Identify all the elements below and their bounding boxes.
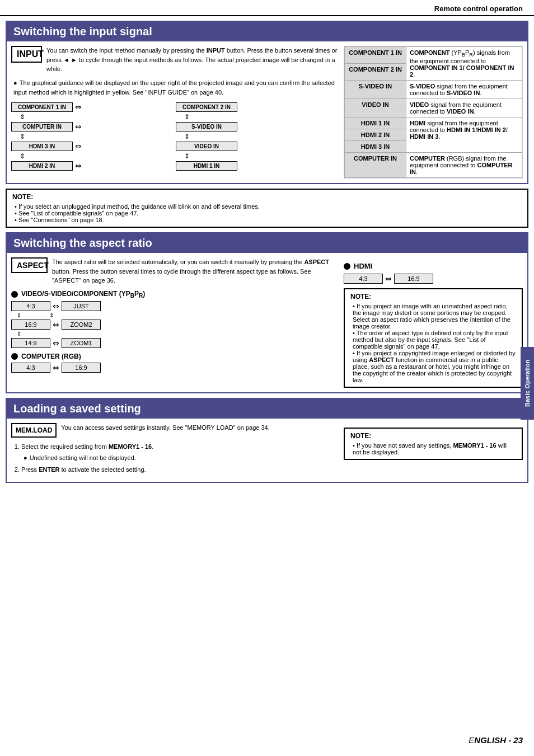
ud-arrows-2: ⇕ [184,113,190,121]
table-row: COMPONENT 1 IN COMPONENT (YPBPR) signals… [345,47,522,64]
hdmi-aspect: HDMI 4:3 ⇔ 16:9 [344,262,523,284]
side-tab: Basic Operation [521,347,534,420]
flow-box-comp2: COMPONENT 2 IN [176,102,237,112]
flow-col-right-3: VIDEO IN ⇕ [176,142,338,160]
note-item-3: See "Connections" on page 18. [15,217,522,223]
aspect-icon: ASPECT [11,257,48,273]
loading-note: NOTE: If you have not saved any settings… [344,428,523,460]
header-title: Remote control operation [434,4,523,13]
signal-desc-computer: COMPUTER (RGB) signal from the equipment… [406,153,522,178]
input-signal-note: NOTE: If you select an unplugged input m… [6,189,528,228]
computer-rgb-title: COMPUTER (RGB) [11,353,337,360]
aspect-right: HDMI 4:3 ⇔ 16:9 NOTE: If you project an [344,257,523,388]
flow-arrow-4: ⇔ [75,161,82,170]
signal-input-label: COMPONENT 1 IN [345,47,406,64]
computer-aspect-flow: 4:3 ⇔ 16:9 [11,363,337,373]
flow-box-computer: COMPUTER IN [11,122,73,132]
aspect-arrow-1: ⇔ [53,302,59,311]
aspect-note-1: If you project an image with an unmatche… [353,303,516,330]
signal-desc-hdmi: HDMI signal from the equipment connected… [406,118,522,153]
computer-box-43: 4:3 [11,363,50,373]
flow-box-video: VIDEO IN [176,142,237,151]
aspect-row-2: 16:9 ⇔ ZOOM2 [11,320,337,330]
page-container: Remote control operation Switching the i… [0,0,534,756]
aspect-box-zoom2: ZOOM2 [62,320,101,330]
aspect-ratio-title: Switching the aspect ratio [7,233,527,253]
signal-input-label: S-VIDEO IN [345,81,406,99]
loading-title: Loading a saved setting [7,399,527,419]
hdmi-box-169: 16:9 [394,274,433,284]
aspect-box-zoom1: ZOOM1 [62,338,101,348]
input-signal-section: Switching the input signal INPUT You can… [6,21,528,184]
page-footer: ENGLISH - 23 [469,735,523,745]
aspect-content: ASPECT The aspect ratio will be selected… [7,253,527,392]
flow-row-4-left: HDMI 2 IN ⇔ [11,161,84,171]
aspect-note: NOTE: If you project an image with an un… [344,288,523,388]
loading-substep-1: Undefined setting will not be displayed. [24,453,337,463]
loading-section: Loading a saved setting MEM.LOAD You can… [6,398,528,483]
flow-col-right-4: HDMI 1 IN [176,161,338,172]
hdmi-row-1: 4:3 ⇔ 16:9 [344,274,523,284]
sub-bullet-1 [11,291,18,298]
input-signal-left: INPUT You can switch the input method ma… [11,46,338,179]
flow-box-comp1: COMPONENT 1 IN [11,102,73,112]
ud-arrows-6: ⇕ [184,152,190,160]
signal-desc-svideo: S-VIDEO signal from the equipment connec… [406,81,522,99]
aspect-box-just: JUST [62,301,101,311]
loading-step-2: Press ENTER to activate the selected set… [21,465,337,475]
aspect-box-149: 14:9 [11,338,50,348]
flow-box-hdmi1: HDMI 1 IN [176,161,237,171]
signal-input-label: HDMI 2 IN [345,129,406,141]
table-row: COMPUTER IN COMPUTER (RGB) signal from t… [345,153,522,178]
signal-input-label: HDMI 1 IN [345,118,406,129]
table-row: HDMI 1 IN HDMI signal from the equipment… [345,118,522,129]
page-header: Remote control operation [0,0,534,16]
aspect-note-title: NOTE: [350,293,516,300]
loading-steps: Select the required setting from MEMORY1… [11,442,337,475]
aspect-box-43: 4:3 [11,301,50,311]
flow-box-hdmi3: HDMI 3 IN [11,142,73,151]
loading-content: MEM.LOAD You can access saved settings i… [7,419,527,482]
note-item-2: See "List of compatible signals" on page… [15,210,522,217]
table-row: VIDEO IN VIDEO signal from the equipment… [345,99,522,118]
signal-desc-component: COMPONENT (YPBPR) signals from the equip… [406,47,522,81]
flow-arrow-3: ⇔ [75,142,82,151]
flow-col-right: COMPONENT 2 IN ⇕ [176,102,338,121]
loading-note-1: If you have not saved any settings, MEMO… [353,442,516,456]
flow-arrow-2: ⇔ [75,122,82,131]
aspect-arrow-3: ⇔ [53,339,59,348]
loading-substep: Undefined setting will not be displayed. [21,453,337,463]
aspect-box-169: 16:9 [11,320,50,330]
aspect-left: ASPECT The aspect ratio will be selected… [11,257,337,388]
aspect-row-3: 14:9 ⇔ ZOOM1 [11,338,337,348]
loading-description: You can access saved settings instantly.… [61,423,269,438]
aspect-icon-area: ASPECT The aspect ratio will be selected… [11,257,337,285]
flow-row-2-right: S-VIDEO IN [176,122,237,132]
input-icon: INPUT [11,46,42,63]
loading-step-1: Select the required setting from MEMORY1… [21,442,337,463]
input-note-title: NOTE: [12,193,522,201]
flow-diagram: COMPONENT 1 IN ⇔ ⇕ COMPONENT 2 IN ⇕ [11,102,338,172]
flow-row-1-left: COMPONENT 1 IN ⇔ [11,102,84,112]
hdmi-title: HDMI [344,262,523,270]
ud-arrows-1: ⇕ [20,113,25,121]
signal-table: COMPONENT 1 IN COMPONENT (YPBPR) signals… [344,46,522,178]
computer-box-169: 16:9 [62,363,101,373]
flow-box-svideo: S-VIDEO IN [176,122,237,132]
aspect-row-1: 4:3 ⇔ JUST [11,301,337,311]
sub-bullet-2 [11,353,18,360]
aspect-arrows-row-2: ⇕ [11,331,337,337]
aspect-arrows-row-1: ⇕ ⇕ [11,312,337,318]
flow-arrow-1: ⇔ [75,102,82,111]
aspect-arrow-2: ⇔ [53,320,59,329]
memload-icon: MEM.LOAD [11,423,57,438]
signal-input-label: COMPONENT 2 IN [345,64,406,81]
input-signal-content: INPUT You can switch the input method ma… [7,41,527,183]
flow-col-left: COMPONENT 1 IN ⇔ ⇕ [11,102,174,121]
signal-table-container: COMPONENT 1 IN COMPONENT (YPBPR) signals… [344,46,523,179]
flow-row-3-right: VIDEO IN [176,142,237,151]
input-bullets: The graphical guidance will be displayed… [11,78,338,98]
aspect-note-list: If you project an image with an unmatche… [350,303,516,383]
ud-arrows-4: ⇕ [184,133,190,140]
signal-desc-video: VIDEO signal from the equipment connecte… [406,99,522,118]
